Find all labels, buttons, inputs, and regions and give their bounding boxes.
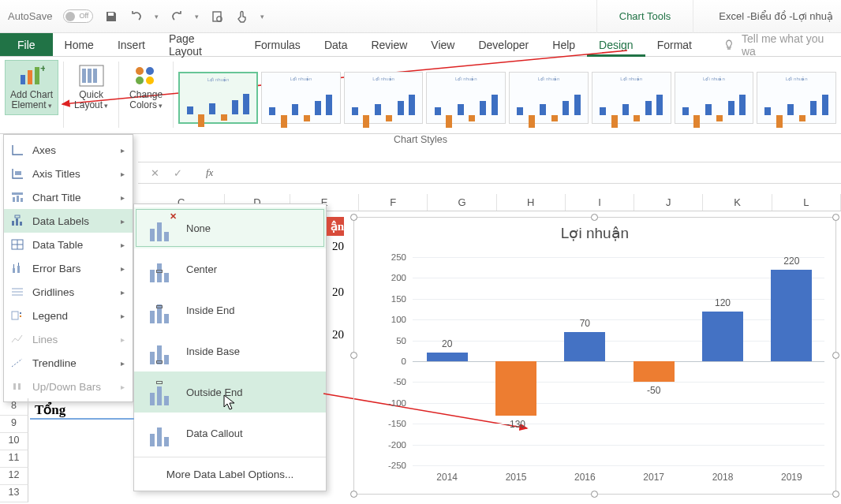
menu-data-labels[interactable]: Data Labels▸ xyxy=(4,209,133,233)
redo-icon[interactable] xyxy=(170,9,184,24)
svg-rect-27 xyxy=(13,268,15,273)
data-label-2018[interactable]: 120 xyxy=(699,297,746,308)
resize-handle-sw[interactable] xyxy=(350,491,357,498)
bar-2016[interactable] xyxy=(564,332,605,361)
data-labels-outside-end[interactable]: Outside End xyxy=(134,371,326,413)
tell-me-search[interactable]: Tell me what you wa xyxy=(704,33,841,56)
category-2018: 2018 xyxy=(687,472,758,483)
svg-rect-16 xyxy=(12,192,23,195)
menu-axes[interactable]: Axes▸ xyxy=(4,138,133,162)
bar-2019[interactable] xyxy=(771,270,812,361)
bar-2017[interactable] xyxy=(634,361,675,382)
resize-handle-e[interactable] xyxy=(832,352,839,359)
col-header-K[interactable]: K xyxy=(703,194,772,211)
chart-style-6[interactable]: Lợi nhuận xyxy=(592,72,671,124)
chart-styles-gallery[interactable]: Lợi nhuậnLợi nhuậnLợi nhuậnLợi nhuậnLợi … xyxy=(174,57,841,133)
data-labels-center[interactable]: Center xyxy=(134,248,326,289)
data-label-2016[interactable]: 70 xyxy=(561,318,608,329)
tab-file[interactable]: File xyxy=(0,33,53,56)
tong-cell-border xyxy=(30,418,134,420)
chart-style-7[interactable]: Lợi nhuận xyxy=(675,72,754,124)
tab-developer[interactable]: Developer xyxy=(466,33,540,56)
chart-style-8[interactable]: Lợi nhuận xyxy=(757,72,836,124)
svg-rect-19 xyxy=(21,198,23,202)
svg-rect-28 xyxy=(17,266,20,273)
svg-point-11 xyxy=(136,67,144,75)
resize-handle-nw[interactable] xyxy=(350,214,357,221)
menu-legend[interactable]: Legend▸ xyxy=(4,304,133,327)
menu-chart-title[interactable]: Chart Title▸ xyxy=(4,185,133,209)
col-header-H[interactable]: H xyxy=(497,194,566,211)
ribbon-design: + Add ChartElement▾ QuickLayout▾ ChangeC… xyxy=(0,57,841,134)
plot-area[interactable]: -250-200-150-100-50050100150200250202014… xyxy=(376,257,824,464)
data-label-2014[interactable]: 20 xyxy=(424,338,471,349)
fx-label[interactable]: fx xyxy=(195,166,213,179)
tab-insert[interactable]: Insert xyxy=(106,33,157,56)
add-chart-element-button[interactable]: + Add ChartElement▾ xyxy=(5,60,58,115)
tab-help[interactable]: Help xyxy=(540,33,587,56)
tong-cell[interactable]: Tổng xyxy=(35,401,65,418)
change-colors-button[interactable]: ChangeColors▾ xyxy=(124,60,168,115)
data-label-2019[interactable]: 220 xyxy=(768,256,815,267)
d-column-fragment: ận 20 20 20 xyxy=(327,217,344,345)
svg-rect-31 xyxy=(12,312,18,319)
category-2016: 2016 xyxy=(549,472,620,483)
menu-gridlines[interactable]: Gridlines▸ xyxy=(4,280,133,304)
data-labels-inside-end[interactable]: Inside End xyxy=(134,289,326,330)
undo-icon[interactable] xyxy=(129,9,144,24)
menu-data-table[interactable]: Data Table▸ xyxy=(4,233,133,256)
chart-object[interactable]: Lợi nhuận -250-200-150-100-5005010015020… xyxy=(353,217,836,495)
resize-handle-se[interactable] xyxy=(832,491,839,498)
chart-style-5[interactable]: Lợi nhuận xyxy=(509,72,589,124)
resize-handle-ne[interactable] xyxy=(832,214,839,221)
bar-2015[interactable] xyxy=(495,361,536,416)
category-2019: 2019 xyxy=(756,472,827,483)
tab-format[interactable]: Format xyxy=(645,33,704,56)
menu-error-bars[interactable]: Error Bars▸ xyxy=(4,256,133,280)
col-header-F[interactable]: F xyxy=(359,194,428,211)
autosave-label: AutoSave xyxy=(8,10,52,22)
lightbulb-icon xyxy=(723,39,735,51)
touch-mode-icon[interactable] xyxy=(235,9,249,24)
print-preview-icon[interactable] xyxy=(210,9,224,24)
formula-bar[interactable]: ✕ ✓ fx xyxy=(138,162,841,184)
autosave-toggle[interactable]: Off xyxy=(63,9,93,23)
data-labels-data-callout[interactable]: Data Callout xyxy=(134,413,326,454)
data-label-2015[interactable]: -130 xyxy=(492,419,540,430)
tab-formulas[interactable]: Formulas xyxy=(243,33,312,56)
svg-point-13 xyxy=(136,77,144,84)
resize-handle-w[interactable] xyxy=(350,352,357,359)
chart-title[interactable]: Lợi nhuận xyxy=(354,218,835,245)
more-data-label-options[interactable]: More Data Label Options... xyxy=(134,461,326,487)
chart-style-2[interactable]: Lợi nhuận xyxy=(261,72,341,124)
menu-updown-bars: Up/Down Bars▸ xyxy=(4,375,133,398)
chart-style-4[interactable]: Lợi nhuận xyxy=(426,72,506,124)
data-label-2017[interactable]: -50 xyxy=(630,385,678,396)
menu-axis-titles[interactable]: Axis Titles▸ xyxy=(4,162,133,185)
bar-2014[interactable] xyxy=(427,353,468,361)
tab-home[interactable]: Home xyxy=(53,33,106,56)
resize-handle-n[interactable] xyxy=(591,214,598,221)
resize-handle-s[interactable] xyxy=(591,491,598,498)
tab-page-layout[interactable]: Page Layout xyxy=(157,33,243,56)
bar-2018[interactable] xyxy=(702,312,743,361)
col-header-G[interactable]: G xyxy=(428,194,496,211)
tab-view[interactable]: View xyxy=(419,33,466,56)
chart-style-3[interactable]: Lợi nhuận xyxy=(344,72,424,124)
col-header-J[interactable]: J xyxy=(634,194,703,211)
enter-icon[interactable]: ✓ xyxy=(174,167,182,179)
svg-rect-20 xyxy=(12,221,14,226)
cancel-icon[interactable]: ✕ xyxy=(151,167,159,179)
tab-design[interactable]: Design xyxy=(587,33,645,56)
tab-review[interactable]: Review xyxy=(359,33,419,56)
menu-trendline[interactable]: Trendline▸ xyxy=(4,351,133,375)
quick-layout-button[interactable]: QuickLayout▾ xyxy=(69,60,114,115)
col-header-L[interactable]: L xyxy=(772,194,841,211)
tab-data[interactable]: Data xyxy=(312,33,360,56)
data-labels-none[interactable]: ✕ None xyxy=(134,207,326,248)
col-header-I[interactable]: I xyxy=(566,194,634,211)
data-labels-submenu: ✕ None Center Inside End Inside Base Out… xyxy=(133,203,327,491)
chart-style-1[interactable]: Lợi nhuận xyxy=(178,72,258,124)
data-labels-inside-base[interactable]: Inside Base xyxy=(134,330,326,371)
save-icon[interactable] xyxy=(104,9,118,24)
